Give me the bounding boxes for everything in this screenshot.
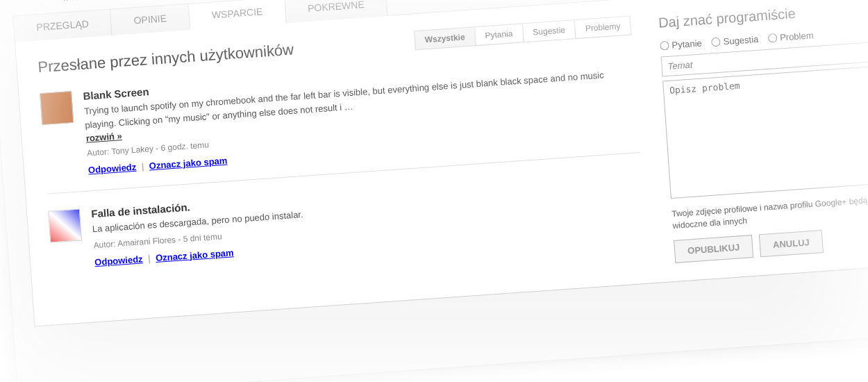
filter-questions[interactable]: Pytania: [474, 23, 524, 46]
support-post: Falla de instalación. La aplicación es d…: [48, 169, 645, 270]
avatar: [40, 91, 74, 125]
filter-problems[interactable]: Problemy: [574, 16, 631, 40]
avatar: [48, 209, 82, 243]
radio-question[interactable]: Pytanie: [660, 38, 702, 51]
radio-suggestion[interactable]: Sugestia: [711, 34, 758, 48]
feedback-heading: Daj znać programiście: [658, 1, 867, 31]
rating-stars: ★★★★½: [61, 0, 106, 3]
mark-spam-link[interactable]: Oznacz jako spam: [149, 156, 227, 172]
reply-link[interactable]: Odpowiedz: [94, 254, 143, 267]
expand-link[interactable]: rozwiń »: [85, 131, 122, 144]
mark-spam-link[interactable]: Oznacz jako spam: [156, 247, 234, 263]
disclaimer-text: Twoje zdjęcie profilowe i nazwa profilu …: [671, 194, 868, 231]
radio-problem[interactable]: Problem: [768, 30, 814, 44]
cancel-button[interactable]: ANULUJ: [759, 230, 824, 257]
filter-tabs: Wszystkie Pytania Sugestie Problemy: [415, 16, 632, 51]
filter-suggestions[interactable]: Sugestie: [521, 19, 576, 42]
publish-button[interactable]: OPUBLIKUJ: [674, 235, 753, 263]
filter-all[interactable]: Wszystkie: [414, 26, 476, 50]
description-textarea[interactable]: [662, 67, 868, 199]
tab-reviews[interactable]: OPINIE: [110, 3, 190, 35]
reply-link[interactable]: Odpowiedz: [88, 162, 137, 176]
support-post: Blank Screen Trying to launch spotify on…: [40, 51, 638, 178]
